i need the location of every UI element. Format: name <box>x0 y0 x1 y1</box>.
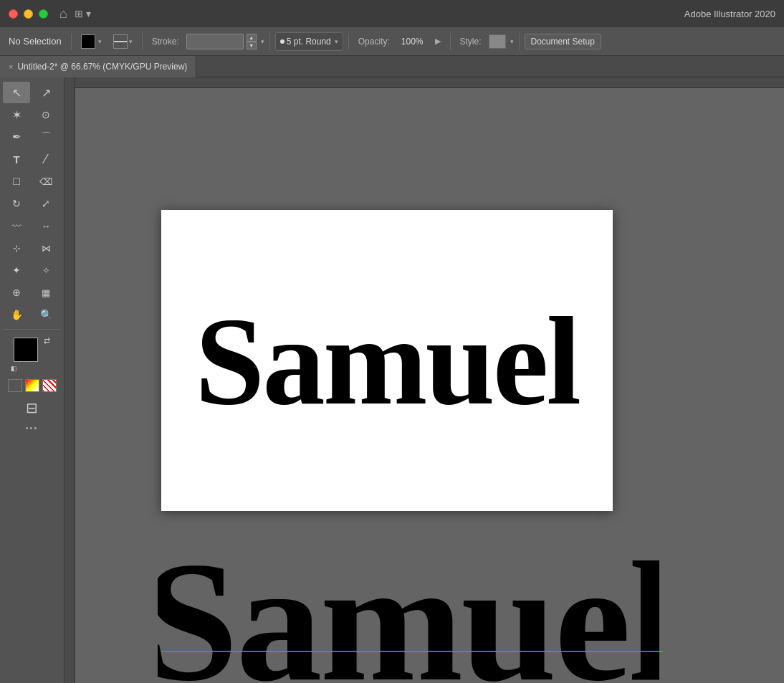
scale-tool[interactable]: ⤢ <box>32 193 59 214</box>
home-icon[interactable]: ⌂ <box>59 6 67 22</box>
stroke-icon-btn[interactable]: ▾ <box>109 32 137 51</box>
document-tab[interactable]: × Untitled-2* @ 66.67% (CMYK/GPU Preview… <box>0 56 196 77</box>
minimize-button[interactable] <box>24 9 33 19</box>
tab-title: Untitled-2* @ 66.67% (CMYK/GPU Preview) <box>17 62 187 72</box>
zoom-tool[interactable]: 🔍 <box>32 304 59 325</box>
type-tool[interactable]: T <box>3 148 30 170</box>
toolbar-divider-1 <box>71 33 72 50</box>
foreground-color-swatch[interactable] <box>14 338 38 362</box>
stroke-dropdown-arrow[interactable]: ▾ <box>129 38 133 45</box>
stroke-up-btn[interactable]: ▲ <box>247 34 257 42</box>
magic-wand-tool[interactable]: ✶ <box>3 104 30 125</box>
main-area: ↖ ↗ ✶ ⊙ ✒ ⌒ T ∕ □ ⌫ ↻ ⤢ 〰 ↔ ⊹ ⋈ ✦ ✧ ⊕ ▦ … <box>0 77 784 683</box>
selection-indicator: No Selection <box>4 32 66 51</box>
weight-display[interactable]: 5 pt. Round ▾ <box>275 32 343 51</box>
weight-dropdown-arrow[interactable]: ▾ <box>335 38 338 45</box>
chart-tool[interactable]: ▦ <box>32 282 59 303</box>
dot-bullet <box>280 39 285 44</box>
samuel-text-in-canvas: Samuel <box>179 282 595 440</box>
toolbar-divider-6 <box>519 33 520 50</box>
artboard: Samuel <box>161 210 613 511</box>
none-mode-button[interactable] <box>42 379 57 392</box>
tab-close-button[interactable]: × <box>9 62 13 71</box>
puppet-warp-tool[interactable]: ⋈ <box>32 237 59 259</box>
color-swatches: ⇄ ◧ <box>11 338 54 375</box>
warp-tool[interactable]: 〰 <box>3 215 30 237</box>
opacity-value: 100% <box>397 32 428 51</box>
select-tool[interactable]: ↖ <box>3 82 30 103</box>
samuel-text-pasteboard: Samuel <box>158 515 659 683</box>
toolbar-divider-2 <box>142 33 143 50</box>
free-transform-tool[interactable]: ⊹ <box>3 237 30 259</box>
measure-tool[interactable]: ✧ <box>32 259 59 281</box>
stroke-stepper[interactable]: ▲ ▼ <box>247 34 257 49</box>
gradient-mode-button[interactable] <box>25 379 39 392</box>
svg-text:Samuel: Samuel <box>195 292 580 425</box>
pen-tool[interactable]: ✒ <box>3 126 30 148</box>
tool-separator <box>4 329 59 330</box>
stroke-label: Stroke: <box>148 32 183 51</box>
screen-mode-button[interactable]: ⊟ <box>26 399 38 416</box>
direct-select-tool[interactable]: ↗ <box>32 82 59 103</box>
lasso-tool[interactable]: ⊙ <box>32 104 59 125</box>
color-mode-icons <box>8 379 57 392</box>
color-mode-button[interactable] <box>8 379 22 392</box>
opacity-label: Opacity: <box>354 32 394 51</box>
canvas-content: Samuel <box>161 210 613 511</box>
fill-color-swatch[interactable]: ▾ <box>77 32 106 51</box>
vertical-ruler <box>64 77 75 683</box>
toolbar-divider-3 <box>269 33 270 50</box>
stroke-down-btn[interactable]: ▼ <box>247 42 257 49</box>
toolbar-divider-4 <box>348 33 349 50</box>
fill-box[interactable] <box>81 34 95 49</box>
layout-icon[interactable]: ⊞ ▾ <box>75 8 91 19</box>
toolbar: No Selection ▾ ▾ Stroke: ▲ ▼ ▾ 5 pt. Rou… <box>0 27 784 56</box>
width-tool[interactable]: ↔ <box>32 215 59 237</box>
tab-bar: × Untitled-2* @ 66.67% (CMYK/GPU Preview… <box>0 56 784 77</box>
weight-label: 5 pt. Round <box>287 37 331 47</box>
opacity-more-btn[interactable]: ▶ <box>431 32 445 51</box>
horizontal-ruler <box>64 77 784 88</box>
stroke-icon <box>113 34 128 49</box>
hand-tool[interactable]: ✋ <box>3 304 30 325</box>
stroke-input[interactable] <box>186 34 244 49</box>
style-dropdown-arrow[interactable]: ▾ <box>510 38 514 45</box>
rect-tool[interactable]: □ <box>3 171 30 192</box>
line-tool[interactable]: ∕ <box>32 148 59 170</box>
symbol-tool[interactable]: ⊕ <box>3 282 30 303</box>
more-tools-button[interactable]: ••• <box>26 424 39 432</box>
maximize-button[interactable] <box>39 9 48 19</box>
eraser-tool[interactable]: ⌫ <box>32 171 59 192</box>
app-title: Adobe Illustrator 2020 <box>684 9 775 19</box>
close-button[interactable] <box>9 9 18 19</box>
fill-dropdown-arrow[interactable]: ▾ <box>98 38 102 45</box>
rotate-tool[interactable]: ↻ <box>3 193 30 214</box>
document-setup-button[interactable]: Document Setup <box>525 34 601 49</box>
swap-colors-button[interactable]: ⇄ <box>44 336 54 346</box>
svg-text:Samuel: Samuel <box>158 526 659 683</box>
selection-baseline <box>161 651 663 652</box>
left-toolbar: ↖ ↗ ✶ ⊙ ✒ ⌒ T ∕ □ ⌫ ↻ ⤢ 〰 ↔ ⊹ ⋈ ✦ ✧ ⊕ ▦ … <box>0 77 64 683</box>
style-label: Style: <box>456 32 486 51</box>
curvature-tool[interactable]: ⌒ <box>32 126 59 148</box>
color-section: ⇄ ◧ ⊟ ••• <box>3 333 61 432</box>
eyedropper-tool[interactable]: ✦ <box>3 259 30 281</box>
stroke-more-arrow[interactable]: ▾ <box>261 38 264 45</box>
title-bar: ⌂ ⊞ ▾ Adobe Illustrator 2020 <box>0 0 784 27</box>
canvas-area[interactable]: Samuel Samuel <box>64 77 784 683</box>
toolbar-divider-5 <box>450 33 451 50</box>
default-colors-button[interactable]: ◧ <box>11 365 21 375</box>
traffic-lights <box>9 9 48 19</box>
style-swatch[interactable] <box>489 34 506 49</box>
